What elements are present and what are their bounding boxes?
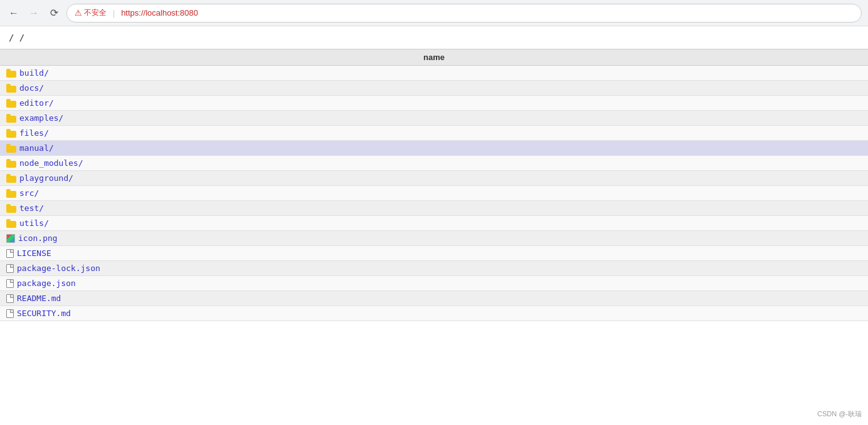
file-icon <box>6 264 14 273</box>
file-link[interactable]: icon.png <box>6 233 862 243</box>
table-row: build/ <box>0 66 868 81</box>
file-name: examples/ <box>19 113 63 123</box>
folder-icon <box>6 84 16 93</box>
folder-icon <box>6 129 16 138</box>
refresh-button[interactable]: ⟳ <box>46 6 61 21</box>
security-warning: ⚠ 不安全 <box>75 8 106 18</box>
folder-icon <box>6 189 16 198</box>
table-row: node_modules/ <box>0 156 868 171</box>
file-name: LICENSE <box>17 248 51 258</box>
table-row: LICENSE <box>0 246 868 261</box>
file-name: manual/ <box>19 143 54 153</box>
file-link[interactable]: SECURITY.md <box>6 309 862 318</box>
file-name: package.json <box>17 279 76 288</box>
file-name: node_modules/ <box>19 158 83 168</box>
folder-icon <box>6 99 16 108</box>
file-link[interactable]: package-lock.json <box>6 264 862 273</box>
file-icon <box>6 279 14 288</box>
table-row: examples/ <box>0 111 868 126</box>
separator: | <box>113 8 115 18</box>
file-name: build/ <box>19 68 49 78</box>
file-name: docs/ <box>19 83 44 93</box>
page-content: / / name build/docs/editor/examples/file… <box>0 26 868 321</box>
file-link[interactable]: playground/ <box>6 173 862 183</box>
file-link[interactable]: README.md <box>6 294 862 303</box>
file-name: README.md <box>17 294 61 303</box>
file-name: utils/ <box>19 218 49 228</box>
table-row: editor/ <box>0 96 868 111</box>
image-icon <box>6 234 15 243</box>
table-row: package.json <box>0 276 868 291</box>
file-link[interactable]: package.json <box>6 279 862 288</box>
file-link[interactable]: manual/ <box>6 143 862 153</box>
file-link[interactable]: examples/ <box>6 113 862 123</box>
file-link[interactable]: node_modules/ <box>6 158 862 168</box>
file-name: SECURITY.md <box>17 309 71 318</box>
table-row: package-lock.json <box>0 261 868 276</box>
file-name: files/ <box>19 128 49 138</box>
file-name: package-lock.json <box>17 264 100 273</box>
back-button[interactable]: ← <box>6 6 21 21</box>
file-icon <box>6 309 14 318</box>
table-row: icon.png <box>0 231 868 246</box>
file-icon <box>6 249 14 258</box>
file-name: editor/ <box>19 98 54 108</box>
file-name: src/ <box>19 188 39 198</box>
folder-icon <box>6 219 16 228</box>
file-link[interactable]: src/ <box>6 188 862 198</box>
table-row: src/ <box>0 186 868 201</box>
table-row: files/ <box>0 126 868 141</box>
table-row: manual/ <box>0 141 868 156</box>
column-header-name: name <box>0 49 868 66</box>
file-link[interactable]: test/ <box>6 203 862 213</box>
folder-icon <box>6 204 16 213</box>
file-link[interactable]: docs/ <box>6 83 862 93</box>
forward-button[interactable]: → <box>26 6 41 21</box>
file-link[interactable]: files/ <box>6 128 862 138</box>
table-header: name <box>0 49 868 66</box>
table-row: utils/ <box>0 216 868 231</box>
table-row: docs/ <box>0 81 868 96</box>
folder-icon <box>6 114 16 123</box>
file-icon <box>6 294 14 303</box>
folder-icon <box>6 159 16 168</box>
file-link[interactable]: build/ <box>6 68 862 78</box>
address-bar[interactable]: ⚠ 不安全 | https://localhost:8080 <box>66 4 862 23</box>
table-row: test/ <box>0 201 868 216</box>
file-list: build/docs/editor/examples/files/manual/… <box>0 66 868 321</box>
file-name: test/ <box>19 203 44 213</box>
table-row: playground/ <box>0 171 868 186</box>
file-name: playground/ <box>19 173 73 183</box>
warning-icon: ⚠ <box>75 8 82 18</box>
browser-toolbar: ← → ⟳ ⚠ 不安全 | https://localhost:8080 <box>0 0 868 26</box>
folder-icon <box>6 144 16 153</box>
table-row: README.md <box>0 291 868 306</box>
file-table: name build/docs/editor/examples/files/ma… <box>0 49 868 321</box>
breadcrumb: / / <box>0 26 868 49</box>
file-link[interactable]: editor/ <box>6 98 862 108</box>
security-label: 不安全 <box>84 8 106 18</box>
file-link[interactable]: LICENSE <box>6 248 862 258</box>
url-text: https://localhost:8080 <box>121 8 198 18</box>
file-link[interactable]: utils/ <box>6 218 862 228</box>
folder-icon <box>6 69 16 78</box>
table-row: SECURITY.md <box>0 306 868 321</box>
file-name: icon.png <box>18 233 58 243</box>
folder-icon <box>6 174 16 183</box>
